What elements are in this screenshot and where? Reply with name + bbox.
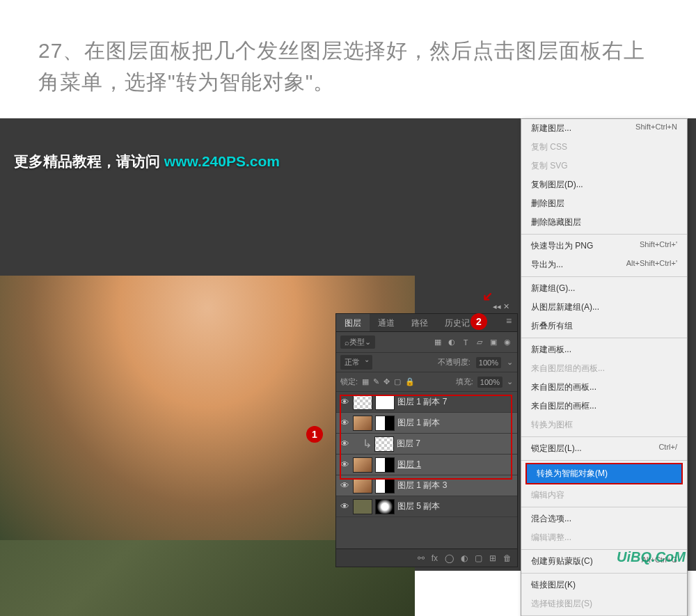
layer-name-label[interactable]: 图层 1 副本 3 bbox=[397, 480, 447, 491]
filter-type-dropdown[interactable]: ⌕ 类型 ⌄ bbox=[340, 335, 375, 349]
panel-footer: ⚯ fx ◯ ◐ ▢ ⊞ 🗑 bbox=[336, 548, 517, 567]
group-icon[interactable]: ▢ bbox=[475, 553, 482, 563]
tab-channels[interactable]: 通道 bbox=[370, 314, 403, 331]
lock-position-icon[interactable]: ✥ bbox=[383, 377, 390, 386]
layer-mask-thumbnail[interactable] bbox=[375, 457, 395, 473]
layer-mask-thumbnail[interactable] bbox=[375, 499, 395, 514]
menu-item-convert-smart-object[interactable]: 转换为智能对象(M) bbox=[527, 464, 681, 483]
layer-thumbnail[interactable] bbox=[353, 499, 372, 514]
visibility-eye-icon[interactable]: 👁 bbox=[336, 418, 353, 428]
menu-separator bbox=[521, 436, 687, 437]
visibility-eye-icon[interactable]: 👁 bbox=[336, 480, 353, 491]
blend-mode-select[interactable]: 正常 bbox=[340, 355, 372, 370]
filter-adjust-icon[interactable]: ◐ bbox=[446, 337, 457, 348]
menu-item: 复制 SVG bbox=[521, 157, 687, 175]
menu-highlight-box: 转换为智能对象(M) bbox=[525, 463, 683, 484]
menu-separator bbox=[521, 234, 687, 235]
layer-mask-thumbnail[interactable] bbox=[375, 416, 395, 431]
opacity-chevron-icon[interactable]: ⌄ bbox=[507, 358, 513, 367]
layer-name-label[interactable]: 图层 7 bbox=[397, 438, 420, 450]
adjustment-icon[interactable]: ◐ bbox=[461, 553, 468, 563]
filter-type-icon[interactable]: T bbox=[460, 337, 471, 348]
layer-mask-thumbnail[interactable] bbox=[375, 478, 395, 493]
panel-collapse-icon[interactable]: ◂◂ ✕ bbox=[493, 302, 509, 311]
menu-item[interactable]: 来自图层的画板... bbox=[521, 378, 687, 397]
link-layers-icon[interactable]: ⚯ bbox=[418, 553, 425, 563]
watermark-text: 更多精品教程，请访问 www.240PS.com bbox=[14, 152, 280, 171]
layer-thumbnail[interactable] bbox=[353, 416, 372, 431]
layer-context-menu: 新建图层...Shift+Ctrl+N复制 CSS复制 SVG复制图层(D)..… bbox=[521, 118, 688, 616]
menu-item[interactable]: 折叠所有组 bbox=[521, 317, 687, 335]
filter-pixel-icon[interactable]: ▦ bbox=[432, 337, 443, 348]
menu-item: 转换为图框 bbox=[521, 416, 687, 434]
layer-name-label[interactable]: 图层 5 副本 bbox=[397, 500, 440, 512]
trash-icon[interactable]: 🗑 bbox=[503, 553, 512, 563]
menu-item[interactable]: 来自图层的画框... bbox=[521, 397, 687, 416]
lock-label: 锁定: bbox=[340, 377, 358, 387]
menu-item[interactable]: 删除图层 bbox=[521, 194, 687, 213]
visibility-eye-icon[interactable]: 👁 bbox=[336, 501, 353, 512]
layer-list: 👁图层 1 副本 7👁图层 1 副本👁↳图层 7👁图层 1👁图层 1 副本 3👁… bbox=[336, 392, 517, 517]
menu-separator bbox=[521, 507, 687, 507]
menu-separator bbox=[521, 276, 687, 277]
layer-row[interactable]: 👁图层 5 副本 bbox=[336, 496, 517, 517]
filter-toggle-icon[interactable]: ◉ bbox=[502, 337, 513, 348]
layer-name-label[interactable]: 图层 1 bbox=[397, 459, 421, 471]
menu-item[interactable]: 新建图层...Shift+Ctrl+N bbox=[521, 119, 687, 138]
menu-item[interactable]: 新建画板... bbox=[521, 340, 687, 359]
lock-all-icon[interactable]: 🔒 bbox=[405, 377, 415, 386]
layer-thumbnail[interactable] bbox=[353, 478, 372, 493]
mask-icon[interactable]: ◯ bbox=[445, 553, 454, 563]
menu-item[interactable]: 链接图层(K) bbox=[521, 576, 687, 594]
menu-item[interactable]: 新建组(G)... bbox=[521, 279, 687, 298]
layer-thumbnail[interactable] bbox=[353, 457, 372, 473]
panel-tabs: 图层 通道 路径 历史记 bbox=[336, 314, 517, 332]
layer-name-label[interactable]: 图层 1 副本 bbox=[397, 417, 440, 429]
layer-thumbnail[interactable] bbox=[353, 395, 372, 410]
annotation-marker-1: 1 bbox=[306, 426, 323, 443]
layers-panel: 图层 通道 路径 历史记 ⌕ 类型 ⌄ ▦ ◐ T ▱ ▣ ◉ 正常 不透明度:… bbox=[335, 313, 518, 567]
layer-row[interactable]: 👁↳图层 7 bbox=[336, 434, 517, 455]
filter-shape-icon[interactable]: ▱ bbox=[474, 337, 485, 348]
menu-item[interactable]: 从图层新建组(A)... bbox=[521, 298, 687, 317]
layer-name-label[interactable]: 图层 1 副本 7 bbox=[397, 396, 447, 408]
visibility-eye-icon[interactable]: 👁 bbox=[336, 459, 353, 470]
menu-item[interactable]: 复制图层(D)... bbox=[521, 175, 687, 194]
menu-item[interactable]: 快速导出为 PNGShift+Ctrl+' bbox=[521, 237, 687, 255]
menu-item: 复制 CSS bbox=[521, 138, 687, 157]
menu-item[interactable]: 导出为...Alt+Shift+Ctrl+' bbox=[521, 255, 687, 274]
layer-row[interactable]: 👁图层 1 副本 bbox=[336, 413, 517, 434]
lock-brush-icon[interactable]: ✎ bbox=[373, 377, 379, 386]
menu-item: 编辑调整... bbox=[521, 528, 687, 547]
layer-thumbnail[interactable] bbox=[374, 436, 394, 452]
bottom-watermark: UiBQ.CoM bbox=[617, 549, 686, 565]
menu-separator bbox=[521, 460, 687, 461]
layer-row[interactable]: 👁图层 1 副本 3 bbox=[336, 475, 517, 496]
layer-row[interactable]: 👁图层 1 副本 7 bbox=[336, 392, 517, 413]
watermark-link: www.240PS.com bbox=[164, 153, 280, 169]
fx-icon[interactable]: fx bbox=[432, 553, 438, 563]
lock-transparent-icon[interactable]: ▦ bbox=[362, 377, 369, 386]
lock-row: 锁定: ▦ ✎ ✥ ▢ 🔒 填充: 100% ⌄ bbox=[336, 372, 517, 392]
blend-row: 正常 不透明度: 100% ⌄ bbox=[336, 353, 517, 372]
layer-mask-thumbnail[interactable] bbox=[375, 395, 395, 410]
layer-filter-row: ⌕ 类型 ⌄ ▦ ◐ T ▱ ▣ ◉ bbox=[336, 332, 517, 353]
menu-item: 来自图层组的画板... bbox=[521, 359, 687, 378]
menu-item[interactable]: 混合选项... bbox=[521, 510, 687, 528]
fill-value[interactable]: 100% bbox=[477, 377, 503, 388]
panel-menu-icon[interactable]: ≡ bbox=[506, 315, 512, 326]
new-layer-icon[interactable]: ⊞ bbox=[489, 553, 496, 563]
instruction-text: 27、在图层面板把几个发丝图层选择好，然后点击图层面板右上角菜单，选择"转为智能… bbox=[0, 0, 696, 118]
lock-artboard-icon[interactable]: ▢ bbox=[394, 377, 401, 386]
layer-row[interactable]: 👁图层 1 bbox=[336, 455, 517, 475]
filter-smart-icon[interactable]: ▣ bbox=[488, 337, 499, 348]
menu-item[interactable]: 锁定图层(L)...Ctrl+/ bbox=[521, 439, 687, 458]
menu-item: 选择链接图层(S) bbox=[521, 594, 687, 613]
opacity-value[interactable]: 100% bbox=[476, 357, 501, 368]
visibility-eye-icon[interactable]: 👁 bbox=[336, 397, 353, 407]
tab-paths[interactable]: 路径 bbox=[403, 314, 436, 331]
tab-layers[interactable]: 图层 bbox=[336, 314, 370, 331]
fill-chevron-icon[interactable]: ⌄ bbox=[507, 377, 513, 386]
menu-item[interactable]: 删除隐藏图层 bbox=[521, 213, 687, 232]
visibility-eye-icon[interactable]: 👁 bbox=[336, 439, 353, 449]
